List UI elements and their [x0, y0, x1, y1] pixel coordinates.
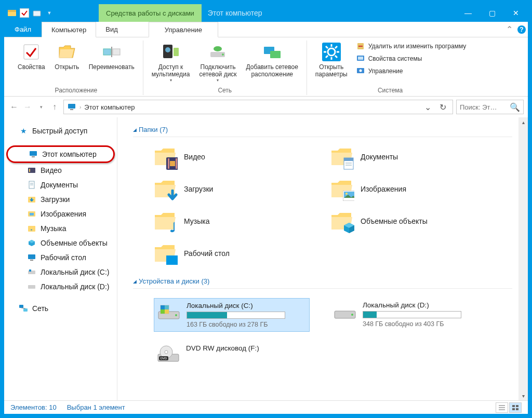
folder-downloads[interactable]: Загрузки	[154, 178, 310, 200]
sidebar-videos[interactable]: Видео	[6, 163, 115, 178]
view-large-icons-button[interactable]	[509, 402, 522, 413]
sidebar-desktop[interactable]: Рабочий стол	[6, 250, 115, 265]
svg-rect-47	[30, 260, 33, 261]
map-network-drive-button[interactable]: Подключить сетевой диск ▾	[196, 41, 240, 85]
drive-c[interactable]: Локальный диск (C:) 163 ГБ свободно из 2…	[154, 298, 310, 332]
section-folders-header[interactable]: ◢Папки (7)	[133, 123, 512, 137]
tab-computer[interactable]: Компьютер	[42, 22, 96, 37]
network-icon	[19, 304, 28, 313]
folders-grid: Видео Документы Загрузки Изображения	[133, 142, 512, 274]
folder-documents[interactable]: Документы	[330, 145, 486, 168]
computer-management-icon	[356, 66, 365, 76]
navigation-bar: ← → ▾ ↑ › Этот компьютер ⌄ ↻ 🔍	[4, 97, 528, 117]
back-button[interactable]: ←	[8, 101, 20, 113]
open-settings-button[interactable]: Открыть параметры	[312, 41, 351, 80]
svg-rect-49	[29, 269, 31, 272]
scrollbar[interactable]: ▴ ▾	[518, 117, 528, 400]
svg-rect-55	[168, 158, 169, 169]
drive-c-icon	[157, 302, 180, 321]
sidebar-drive-c[interactable]: Локальный диск (C:)	[6, 265, 115, 279]
drive-d[interactable]: Локальный диск (D:) 348 ГБ свободно из 4…	[330, 298, 486, 332]
properties-button[interactable]: Свойства	[15, 41, 48, 73]
collapse-ribbon-icon[interactable]: ⌃	[503, 22, 515, 37]
media-access-icon	[162, 43, 180, 61]
svg-point-10	[165, 47, 170, 52]
maximize-button[interactable]: ▢	[480, 4, 504, 22]
view-details-button[interactable]	[496, 402, 508, 413]
svg-rect-56	[176, 158, 177, 169]
address-bar[interactable]: › Этот компьютер ⌄ ↻	[63, 100, 453, 114]
search-input[interactable]	[460, 103, 508, 111]
svg-rect-35	[30, 151, 37, 156]
computer-management-button[interactable]: Управление	[354, 65, 469, 77]
sidebar-documents[interactable]: Документы	[6, 178, 115, 192]
star-icon: ★	[19, 126, 28, 136]
svg-rect-84	[516, 405, 518, 407]
videos-folder-icon	[154, 145, 177, 168]
scroll-up-icon[interactable]: ▴	[518, 117, 528, 127]
svg-point-67	[175, 314, 177, 316]
window-controls: — ▢ ✕	[456, 4, 528, 22]
tab-file[interactable]: Файл	[4, 22, 42, 37]
properties-qat-icon[interactable]	[20, 8, 29, 18]
help-icon[interactable]: ?	[515, 22, 528, 37]
sidebar-drive-d[interactable]: Локальный диск (D:)	[6, 279, 115, 294]
sidebar-network[interactable]: Сеть	[6, 301, 115, 316]
explorer-window: ▼ Средства работы с дисками Этот компьют…	[4, 4, 528, 414]
new-folder-qat-icon[interactable]	[32, 8, 42, 18]
media-access-button[interactable]: Доступ к мультимедиа ▾	[149, 41, 193, 85]
this-pc-addr-icon	[67, 102, 76, 112]
sidebar-this-pc[interactable]: Этот компьютер	[6, 145, 115, 163]
system-properties-button[interactable]: Свойства системы	[354, 53, 469, 64]
sidebar-music[interactable]: Музыка	[6, 221, 115, 236]
folder-videos[interactable]: Видео	[154, 145, 310, 168]
sidebar-quick-access[interactable]: ★ Быстрый доступ	[6, 124, 115, 138]
svg-rect-36	[32, 156, 35, 157]
close-button[interactable]: ✕	[504, 4, 528, 22]
add-network-location-button[interactable]: Добавить сетевое расположение	[243, 41, 301, 80]
rename-button[interactable]: Переименовать	[86, 41, 138, 73]
recent-locations-button[interactable]: ▾	[35, 101, 47, 113]
body: ★ Быстрый доступ Этот компьютер Видео До…	[4, 117, 528, 400]
search-box[interactable]: 🔍	[456, 100, 524, 114]
sidebar-pictures[interactable]: Изображения	[6, 207, 115, 221]
navigation-pane: ★ Быстрый доступ Этот компьютер Видео До…	[4, 117, 117, 400]
drive-c-usage-bar	[187, 312, 285, 319]
tab-view[interactable]: Вид	[96, 22, 128, 37]
dvd-drive-icon: DVD	[157, 344, 180, 364]
section-drives-header[interactable]: ◢Устройства и диски (3)	[133, 274, 512, 288]
explorer-icon	[7, 8, 17, 18]
folder-desktop[interactable]: Рабочий стол	[154, 242, 310, 265]
pictures-folder-icon	[330, 178, 353, 200]
system-properties-icon	[356, 54, 365, 63]
uninstall-program-button[interactable]: Удалить или изменить программу	[354, 41, 469, 52]
open-button[interactable]: Открыть	[51, 41, 83, 73]
folder-3d-objects[interactable]: Объемные объекты	[330, 210, 486, 233]
search-icon[interactable]: 🔍	[510, 102, 520, 112]
address-dropdown-icon[interactable]: ⌄	[422, 102, 433, 112]
tab-manage[interactable]: Управление	[149, 22, 218, 37]
group-label-network: Сеть	[149, 85, 301, 95]
3d-objects-folder-icon	[330, 210, 353, 233]
folder-pictures[interactable]: Изображения	[330, 178, 486, 200]
drive-c-name: Локальный диск (C:)	[187, 302, 306, 309]
svg-rect-57	[170, 161, 175, 166]
scroll-down-icon[interactable]: ▾	[518, 391, 528, 400]
svg-rect-38	[29, 169, 30, 172]
drive-f[interactable]: DVD DVD RW дисковод (F:)	[154, 341, 310, 367]
svg-rect-1	[8, 10, 16, 12]
music-icon	[27, 224, 36, 233]
forward-button[interactable]: →	[22, 101, 33, 113]
up-button[interactable]: ↑	[49, 101, 60, 113]
sidebar-downloads[interactable]: Загрузки	[6, 192, 115, 207]
minimize-button[interactable]: —	[456, 4, 480, 22]
svg-rect-30	[358, 57, 363, 60]
qat-dropdown-icon[interactable]: ▼	[45, 8, 54, 18]
svg-rect-83	[512, 405, 515, 407]
add-network-location-icon	[263, 43, 282, 61]
contextual-tab-drive-tools[interactable]: Средства работы с дисками	[99, 4, 202, 22]
svg-rect-72	[165, 309, 169, 314]
sidebar-3d-objects[interactable]: Объемные объекты	[6, 236, 115, 250]
folder-music[interactable]: Музыка	[154, 210, 310, 233]
refresh-button[interactable]: ↻	[436, 102, 449, 112]
